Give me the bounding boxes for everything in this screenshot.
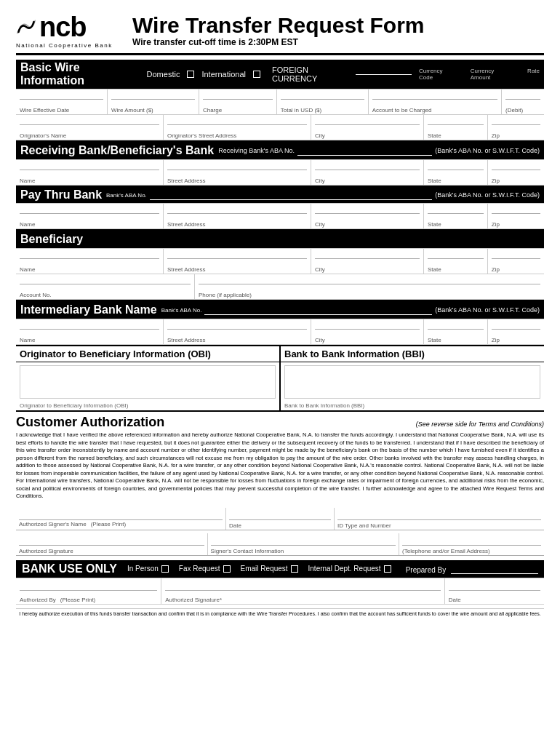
orig-name-label: Originator's Name (20, 132, 159, 139)
pt-zip-cell: Zip (488, 204, 544, 228)
ben-state-line (428, 250, 484, 259)
sig-row-2: Authorized Signature Signer's Contact In… (16, 533, 544, 556)
email-checkbox[interactable] (291, 565, 298, 573)
receiving-bank-title: Receiving Bank/Beneficiary's Bank (20, 144, 214, 157)
logo-area: ncb National Cooperative Bank (16, 13, 132, 49)
debit-line (505, 91, 540, 100)
rb-city-label: City (315, 178, 420, 184)
orig-city-line (315, 116, 420, 125)
intermediary-header: Intermediary Bank Name Bank's ABA No. (B… (16, 301, 544, 319)
rb-zip-cell: Zip (488, 160, 544, 185)
rb-street-label: Street Address (167, 178, 307, 184)
beneficiary-row2: Account No. Phone (if applicable) (16, 274, 544, 300)
rb-name-cell: Name (16, 160, 164, 185)
basic-wire-row2: Originator's Name Originator's Street Ad… (16, 115, 544, 140)
auth-sig-label: Authorized Signature (19, 548, 73, 554)
bank-use-title: BANK USE ONLY (22, 562, 117, 575)
pt-city-cell: City (311, 204, 424, 228)
internal-dept-item: Internal Dept. Request (308, 565, 391, 573)
pt-zip-label: Zip (492, 221, 540, 228)
internal-checkbox[interactable] (384, 565, 391, 573)
rate-label: Rate (527, 68, 540, 74)
wire-amount-line (111, 91, 195, 100)
obi-header: Originator to Beneficiary Information (O… (16, 346, 279, 362)
domestic-label: Domestic (147, 70, 180, 79)
international-label: International (201, 70, 246, 79)
fax-request-item: Fax Request (179, 565, 231, 573)
pt-state-label: State (428, 221, 484, 228)
basic-wire-row1: Wire Effective Date Wire Amount ($) Char… (16, 89, 544, 115)
charge-line (203, 91, 273, 100)
in-person-label: In Person (127, 565, 159, 573)
in-person-checkbox[interactable] (161, 565, 169, 573)
ben-city-label: City (315, 266, 420, 273)
currency-amount-field: Currency Amount (471, 68, 513, 81)
basic-wire-header: Basic Wire Information Domestic Internat… (16, 60, 544, 89)
ben-phone-cell: Phone (if applicable) (195, 274, 544, 299)
ben-state-label: State (428, 266, 484, 273)
auth-tel-line (402, 534, 541, 546)
auth-sig2-line (165, 579, 441, 591)
debit-cell: (Debit) (502, 89, 544, 114)
auth-sig-cell2: Authorized Signature* (161, 578, 445, 604)
orig-zip-cell: Zip (488, 115, 544, 140)
pay-thru-row1: Name Street Address City State Zip (16, 203, 544, 229)
orig-city-cell: City (311, 115, 424, 140)
intermediary-title: Intermediary Bank Name (20, 303, 157, 316)
rb-state-cell: State (424, 160, 488, 185)
beneficiary-header: Beneficiary (16, 231, 544, 248)
basic-wire-options: Domestic International (147, 70, 260, 79)
bank-use-header: BANK USE ONLY In Person Fax Request Emai… (16, 560, 544, 578)
beneficiary-section: Beneficiary Name Street Address City Sta… (16, 229, 544, 300)
pt-street-cell: Street Address (164, 204, 311, 228)
ib-city-label: City (315, 337, 420, 343)
pay-thru-aba: Bank's ABA No. (106, 192, 147, 199)
bbi-textarea[interactable] (284, 365, 540, 399)
currency-code-label: Currency Code (419, 68, 456, 81)
disclaimer: I hereby authorize execution of this fun… (16, 608, 544, 618)
auth-signer-name-cell: Authorized Signer's Name (Please Print) (16, 508, 226, 530)
auth-signer-name-label: Authorized Signer's Name (19, 521, 87, 527)
ib-name-label: Name (20, 337, 159, 343)
auth-id-cell: ID Type and Number (335, 508, 544, 530)
ib-state-cell: State (424, 319, 488, 344)
rb-zip-line (492, 162, 540, 170)
cust-auth-header: Customer Authorization (See reverse side… (16, 412, 544, 431)
international-checkbox[interactable] (253, 71, 260, 78)
fax-checkbox[interactable] (223, 565, 231, 573)
pt-name-label: Name (20, 221, 159, 228)
ben-state-cell: State (424, 249, 488, 274)
orig-state-line (428, 116, 484, 125)
obi-bbi-section: Originator to Beneficiary Information (O… (16, 345, 544, 412)
wire-effective-date-cell: Wire Effective Date (16, 89, 108, 114)
receiving-bank-header: Receiving Bank/Beneficiary's Bank Receiv… (16, 142, 544, 159)
ben-city-line (315, 250, 420, 259)
total-usd-label: Total in USD ($) (281, 107, 364, 113)
auth-sig-line (19, 534, 204, 546)
pt-city-label: City (315, 221, 420, 228)
pt-name-cell: Name (16, 204, 164, 228)
bank-use-row1: Authorized By (Please Print) Authorized … (16, 578, 544, 605)
orig-name-cell: Originator's Name (16, 115, 164, 140)
rb-name-line (20, 162, 159, 170)
orig-zip-label: Zip (492, 132, 540, 139)
email-request-item: Email Request (241, 565, 298, 573)
rb-zip-label: Zip (492, 178, 540, 184)
bank-date-line (449, 579, 540, 591)
auth-date-label: Date (229, 522, 241, 529)
ben-name-label: Name (20, 266, 159, 273)
ben-name-line (20, 250, 159, 259)
auth-contact-cell: Signer's Contact Information (208, 533, 400, 555)
domestic-checkbox[interactable] (187, 71, 194, 78)
beneficiary-row1: Name Street Address City State Zip (16, 248, 544, 274)
rb-street-cell: Street Address (164, 160, 311, 185)
auth-tel-label: (Telephone and/or Email Address) (402, 548, 490, 554)
logo: ncb (16, 13, 132, 41)
auth-signer-name-line (19, 509, 223, 520)
logo-text: ncb (39, 13, 87, 41)
orig-zip-line (492, 116, 540, 125)
currency-fields: Currency Code Currency Amount Rate (419, 68, 540, 81)
form-header: ncb National Cooperative Bank Wire Trans… (16, 13, 544, 55)
currency-amount-label: Currency Amount (471, 68, 513, 81)
obi-textarea[interactable] (20, 365, 276, 399)
